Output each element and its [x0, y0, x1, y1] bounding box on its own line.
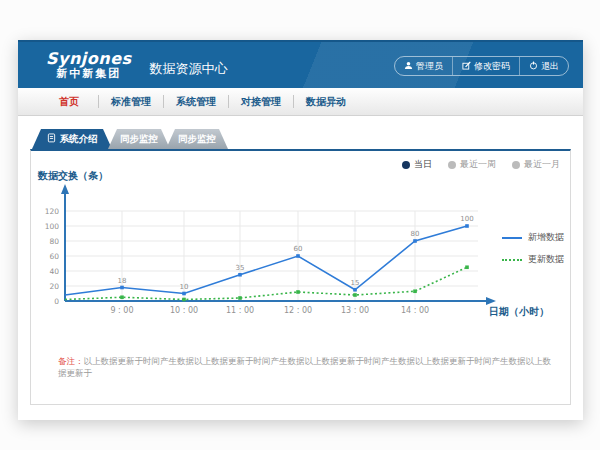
chart-legend: 新增数据 更新数据 — [502, 231, 564, 275]
tab-bar: 系统介绍 同步监控 同步监控 — [30, 128, 571, 149]
content-area: 系统介绍 同步监控 同步监控 当日 最近一周 — [18, 116, 583, 405]
svg-text:12 : 00: 12 : 00 — [284, 306, 312, 315]
tab-sync-monitor-1[interactable]: 同步监控 — [108, 129, 170, 149]
page-background: Synjones 新中新集团 数据资源中心 管理员 修改密码 — [0, 0, 600, 450]
svg-text:数据交换（条）: 数据交换（条） — [37, 170, 108, 181]
user-actions: 管理员 修改密码 退出 — [394, 56, 569, 76]
svg-text:0: 0 — [54, 297, 59, 306]
svg-text:9 : 00: 9 : 00 — [110, 306, 133, 315]
logo-company-name: 新中新集团 — [46, 68, 132, 80]
change-password-button[interactable]: 修改密码 — [452, 57, 519, 75]
solid-line-swatch — [502, 237, 522, 239]
svg-text:80: 80 — [49, 237, 59, 246]
svg-text:100: 100 — [45, 222, 60, 231]
legend-item-updated-data: 更新数据 — [502, 253, 564, 266]
footnote-prefix: 备注： — [58, 356, 84, 366]
svg-text:35: 35 — [236, 264, 245, 272]
svg-text:80: 80 — [411, 230, 420, 238]
tab-label: 同步监控 — [120, 133, 158, 146]
svg-text:11 : 00: 11 : 00 — [226, 306, 254, 315]
dotted-line-swatch — [502, 259, 522, 261]
svg-text:18: 18 — [118, 277, 127, 285]
tab-sync-monitor-2[interactable]: 同步监控 — [166, 129, 228, 149]
legend-label: 更新数据 — [528, 253, 564, 266]
edit-icon — [462, 61, 471, 72]
legend-item-new-data: 新增数据 — [502, 231, 564, 244]
svg-text:13 : 00: 13 : 00 — [341, 306, 369, 315]
main-nav: 首页 标准管理 系统管理 对接管理 数据异动 — [18, 88, 583, 116]
chart-panel: 当日 最近一周 最近一月 0204060801001209 : 0010 : 0… — [30, 149, 571, 405]
svg-text:40: 40 — [49, 267, 59, 276]
nav-item-system-mgmt[interactable]: 系统管理 — [164, 95, 228, 109]
tab-system-intro[interactable]: 系统介绍 — [32, 129, 112, 149]
logo: Synjones 新中新集团 — [46, 51, 132, 79]
nav-item-interface-mgmt[interactable]: 对接管理 — [229, 95, 293, 109]
svg-text:120: 120 — [45, 207, 60, 216]
svg-text:10 : 00: 10 : 00 — [170, 306, 198, 315]
admin-user-button[interactable]: 管理员 — [395, 57, 452, 75]
power-icon — [529, 61, 538, 72]
nav-item-data-change[interactable]: 数据异动 — [294, 95, 358, 109]
svg-text:10: 10 — [180, 283, 189, 291]
admin-user-label: 管理员 — [416, 60, 443, 73]
user-icon — [404, 61, 413, 72]
svg-text:15: 15 — [351, 279, 360, 287]
svg-text:60: 60 — [294, 245, 303, 253]
change-password-label: 修改密码 — [474, 60, 510, 73]
data-exchange-line-chart: 0204060801001209 : 0010 : 0011 : 0012 : … — [33, 167, 568, 337]
svg-text:100: 100 — [460, 215, 473, 223]
page-title: 数据资源中心 — [150, 60, 228, 78]
logo-wordmark: Synjones — [46, 51, 132, 68]
logout-button[interactable]: 退出 — [519, 57, 568, 75]
svg-text:14 : 00: 14 : 00 — [401, 306, 429, 315]
logout-label: 退出 — [541, 60, 559, 73]
nav-item-home[interactable]: 首页 — [40, 95, 98, 109]
footnote-text: 以上数据更新于时间产生数据以上数据更新于时间产生数据以上数据更新于时间产生数据以… — [58, 356, 551, 378]
nav-item-standard-mgmt[interactable]: 标准管理 — [99, 95, 163, 109]
app-window: Synjones 新中新集团 数据资源中心 管理员 修改密码 — [18, 40, 583, 420]
svg-text:60: 60 — [49, 252, 59, 261]
svg-text:日期（小时）: 日期（小时） — [489, 306, 549, 317]
svg-text:20: 20 — [49, 282, 59, 291]
app-header: Synjones 新中新集团 数据资源中心 管理员 修改密码 — [18, 40, 583, 88]
tab-label: 系统介绍 — [60, 133, 98, 146]
document-icon — [47, 133, 56, 145]
footnote: 备注：以上数据更新于时间产生数据以上数据更新于时间产生数据以上数据更新于时间产生… — [58, 356, 554, 380]
tab-label: 同步监控 — [178, 133, 216, 146]
legend-label: 新增数据 — [528, 231, 564, 244]
